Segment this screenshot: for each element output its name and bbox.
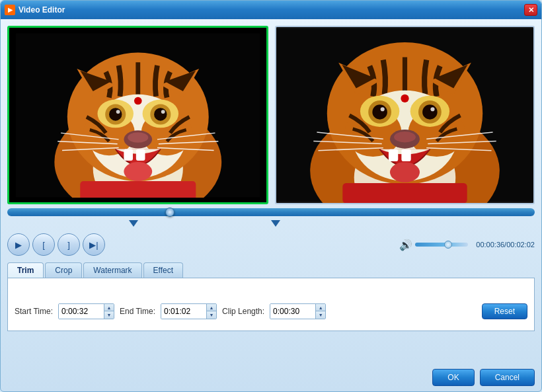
marker-out[interactable] <box>271 220 280 227</box>
svg-rect-31 <box>80 181 196 198</box>
main-content: ▶ [ ] ▶| 🔊 00:00:36/00:02:02 Trim <box>1 19 541 364</box>
svg-rect-50 <box>389 149 398 161</box>
progress-bar[interactable] <box>7 208 535 216</box>
svg-point-20 <box>124 161 152 180</box>
svg-point-52 <box>390 162 420 182</box>
bottom-bar: OK Cancel <box>1 364 541 391</box>
video-panels <box>7 26 535 204</box>
svg-point-14 <box>161 110 165 114</box>
titlebar: ▶ Video Editor ✕ <box>1 1 541 19</box>
play-icon: ▶ <box>15 240 22 250</box>
tab-crop[interactable]: Crop <box>45 262 82 278</box>
start-time-input[interactable] <box>59 304 104 319</box>
start-time-up[interactable]: ▲ <box>104 304 114 311</box>
clip-length-input-wrap: ▲ ▼ <box>270 303 326 319</box>
ok-button[interactable]: OK <box>432 369 474 386</box>
start-time-spinners: ▲ ▼ <box>104 304 114 319</box>
end-time-label: End Time: <box>120 307 155 316</box>
tabs-bar: Trim Crop Watermark Effect <box>7 262 535 278</box>
trim-controls: Start Time: ▲ ▼ End Time: ▲ ▼ <box>15 303 527 319</box>
scrubber-area <box>7 208 535 227</box>
mark-in-icon: [ <box>42 240 45 250</box>
clip-length-label: Clip Length: <box>222 307 264 316</box>
volume-slider[interactable] <box>415 243 468 247</box>
clip-length-input[interactable] <box>270 304 315 319</box>
start-time-input-wrap: ▲ ▼ <box>58 303 114 319</box>
controls-row: ▶ [ ] ▶| 🔊 00:00:36/00:02:02 <box>7 231 535 258</box>
app-icon: ▶ <box>5 5 15 15</box>
right-video-display <box>276 27 533 203</box>
svg-point-17 <box>128 132 148 143</box>
end-time-spinners: ▲ ▼ <box>206 304 216 319</box>
tab-effect[interactable]: Effect <box>143 262 183 278</box>
svg-point-11 <box>109 108 122 120</box>
mark-out-icon: ] <box>67 240 70 250</box>
volume-icon: 🔊 <box>399 239 412 251</box>
svg-point-43 <box>372 104 387 120</box>
svg-rect-19 <box>136 149 145 161</box>
marker-in[interactable] <box>129 220 138 227</box>
time-display: 00:00:36/00:02:02 <box>476 241 535 249</box>
mark-out-button[interactable]: ] <box>58 233 80 256</box>
progress-thumb[interactable] <box>165 208 174 217</box>
clip-length-up[interactable]: ▲ <box>316 304 325 311</box>
reset-button[interactable]: Reset <box>482 303 527 319</box>
close-button[interactable]: ✕ <box>524 4 537 16</box>
mark-in-button[interactable]: [ <box>32 233 55 256</box>
clip-length-spinners: ▲ ▼ <box>315 304 325 319</box>
end-time-input[interactable] <box>161 304 206 319</box>
right-video-panel <box>275 26 535 204</box>
start-time-down[interactable]: ▼ <box>104 311 114 319</box>
left-video-display <box>9 28 266 202</box>
svg-point-46 <box>430 107 434 111</box>
step-forward-icon: ▶| <box>89 240 98 250</box>
tab-content-trim: Start Time: ▲ ▼ End Time: ▲ ▼ <box>7 278 535 331</box>
end-time-up[interactable]: ▲ <box>207 304 216 311</box>
svg-point-13 <box>116 110 120 114</box>
svg-rect-51 <box>401 149 410 161</box>
volume-area: 🔊 00:00:36/00:02:02 <box>399 239 535 251</box>
markers-row <box>7 217 535 227</box>
end-time-down[interactable]: ▼ <box>207 311 216 319</box>
clip-length-down[interactable]: ▼ <box>316 311 325 319</box>
tab-watermark[interactable]: Watermark <box>83 262 141 278</box>
svg-point-44 <box>422 104 438 120</box>
tabs-container: Trim Crop Watermark Effect Start Time: ▲… <box>7 262 535 331</box>
start-time-label: Start Time: <box>15 307 53 316</box>
volume-thumb[interactable] <box>444 241 452 249</box>
tab-trim[interactable]: Trim <box>7 262 44 278</box>
svg-point-15 <box>134 97 142 104</box>
play-button[interactable]: ▶ <box>7 233 30 256</box>
svg-rect-63 <box>342 183 467 203</box>
video-editor-window: ▶ Video Editor ✕ <box>0 0 542 392</box>
svg-point-12 <box>154 108 167 120</box>
svg-point-47 <box>401 95 408 102</box>
end-time-input-wrap: ▲ ▼ <box>161 303 217 319</box>
window-title: Video Editor <box>19 5 524 15</box>
cancel-button[interactable]: Cancel <box>480 369 535 386</box>
step-forward-button[interactable]: ▶| <box>83 233 105 256</box>
svg-point-49 <box>394 132 416 142</box>
svg-rect-18 <box>124 149 133 161</box>
svg-point-45 <box>381 107 385 111</box>
left-video-panel <box>7 26 268 204</box>
